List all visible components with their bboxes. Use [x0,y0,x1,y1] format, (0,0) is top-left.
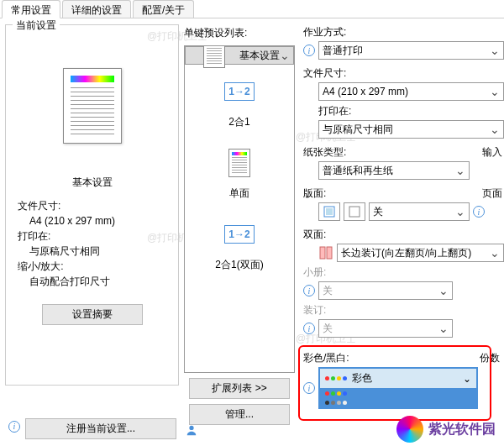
page-dir-label: 页面 [482,186,502,201]
paper-type-label: 纸张类型: [303,145,504,160]
register-settings-button[interactable]: 注册当前设置... [25,418,176,439]
tab-detail[interactable]: 详细的设置 [62,0,131,18]
staple-label: 装订: [303,303,504,317]
meta-label: 缩小/放大: [18,259,166,274]
preset-list[interactable]: 基本设置 1→2 2合1 单面 1→2 2合1(双面) [184,45,295,373]
color-option-bw[interactable] [320,398,476,407]
preset-label: 基本设置 [239,49,280,63]
color-selected[interactable]: 彩色 ⌄ [320,369,476,389]
current-settings-title: 当前设置 [13,18,60,33]
form-panel: 作业方式: i 普通打印 文件尺寸: A4 (210 x 297 mm) 打印在… [298,18,504,446]
layout-label: 版面: [303,186,504,201]
info-icon[interactable]: i [303,285,315,296]
info-icon[interactable]: i [303,323,315,334]
layout-select[interactable]: 关 [369,202,470,221]
preset-label: 单面 [185,186,294,201]
logo-text: 紫光软件园 [428,421,496,438]
input-tray-label: 输入 [482,145,502,160]
user-icon [186,424,197,436]
summary-button[interactable]: 设置摘要 [42,304,143,325]
preview-label: 基本设置 [11,176,173,190]
job-method-select[interactable]: 普通打印 [318,41,504,60]
preview-image [42,43,143,169]
preset-label: 2合1(双面) [185,258,294,272]
color-option-color[interactable] [320,389,476,398]
job-method-label: 作业方式: [303,25,504,39]
print-on-label: 打印在: [303,104,504,118]
svg-rect-2 [326,208,333,215]
duplex-select[interactable]: 长边装订(向左翻页/向上翻页) [337,244,504,262]
duplex-label: 双面: [303,228,504,242]
manage-button[interactable]: 管理... [189,404,290,425]
doc-icon [203,45,225,68]
paper-type-select[interactable]: 普通纸和再生纸 [318,161,470,180]
meta-value: 自动配合打印尺寸 [18,274,166,289]
meta-value: A4 (210 x 297 mm) [18,213,166,228]
preset-panel: 单键预设列表: 基本设置 1→2 2合1 单面 1→2 2合1(双面) 扩展列表… [181,18,298,446]
meta-value: 与原稿尺寸相同 [18,244,166,259]
onetwo-icon: 1→2 [224,82,255,101]
preset-item-single[interactable]: 单面 [185,136,294,207]
tab-config[interactable]: 配置/关于 [133,0,194,18]
current-settings-panel: 当前设置 基本设置 文件尺寸: A4 (210 x 297 mm) 打印在: 与… [0,18,181,446]
copies-label: 份数 [480,351,500,365]
layout-next-button[interactable] [344,202,365,221]
preset-label: 2合1 [185,115,294,129]
logo-overlay: 紫光软件园 [396,416,496,443]
color-value: 彩色 [352,371,372,386]
meta-label: 打印在: [18,228,166,244]
info-icon[interactable]: i [8,421,20,433]
color-label: 彩色/黑白: [303,351,478,365]
page-layout-icon [323,206,335,218]
onetwo-icon: 1→2 [224,225,255,244]
bw-dots-icon [325,401,347,405]
info-icon[interactable]: i [303,382,315,394]
color-dropdown[interactable]: 彩色 ⌄ [318,367,478,409]
preset-item-basic[interactable]: 基本设置 [185,46,294,65]
print-on-select[interactable]: 与原稿尺寸相同 [318,120,504,139]
staple-select[interactable]: 关 [318,319,453,338]
preset-title: 单键预设列表: [181,23,298,44]
doc-icon [228,149,250,177]
tab-common[interactable]: 常用设置 [2,0,60,18]
preset-item-2in1-duplex[interactable]: 1→2 2合1(双面) [185,207,294,279]
logo-icon [396,416,423,443]
color-dots-icon [325,391,347,396]
info-icon[interactable]: i [303,45,315,56]
booklet-select[interactable]: 关 [318,281,453,300]
svg-rect-5 [327,247,332,259]
settings-meta: 文件尺寸: A4 (210 x 297 mm) 打印在: 与原稿尺寸相同 缩小/… [11,198,173,289]
expand-list-button[interactable]: 扩展列表 >> [189,378,290,399]
booklet-label: 小册: [303,265,504,280]
svg-rect-3 [349,207,360,217]
page-layout-icon [349,206,360,218]
doc-size-label: 文件尺寸: [303,66,504,81]
meta-label: 文件尺寸: [18,198,166,213]
color-dots-icon [325,376,347,380]
tab-bar: 常用设置 详细的设置 配置/关于 [0,0,504,18]
svg-rect-4 [320,247,325,259]
layout-prev-button[interactable] [318,202,340,221]
duplex-icon [318,245,333,260]
chevron-down-icon: ⌄ [463,373,471,385]
info-icon[interactable]: i [473,206,485,218]
preset-item-2in1[interactable]: 1→2 2合1 [185,65,294,136]
svg-point-0 [189,426,193,430]
doc-size-select[interactable]: A4 (210 x 297 mm) [318,82,504,101]
